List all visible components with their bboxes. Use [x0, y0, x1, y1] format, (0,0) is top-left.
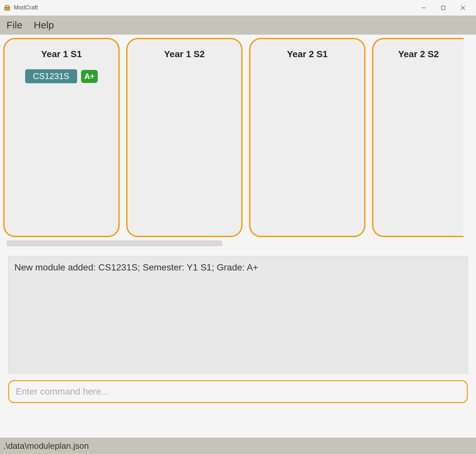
semester-card-y2s2: Year 2 S2 [372, 38, 464, 237]
semester-title: Year 2 S2 [398, 49, 439, 59]
semester-card-y1s1: Year 1 S1 CS1231S A+ [3, 38, 120, 237]
horizontal-scrollbar[interactable] [7, 240, 469, 246]
window-controls [414, 1, 473, 14]
module-row: CS1231S A+ [25, 69, 98, 83]
main-content: Year 1 S1 CS1231S A+ Year 1 S2 Year 2 S1… [0, 35, 476, 438]
svg-rect-3 [442, 6, 445, 9]
semester-card-y1s2: Year 1 S2 [126, 38, 243, 237]
menu-help[interactable]: Help [34, 20, 54, 31]
command-input-wrap [8, 380, 468, 403]
semester-scroll-area: Year 1 S1 CS1231S A+ Year 1 S2 Year 2 S1… [0, 35, 476, 237]
statusbar-path: .\data\moduleplan.json [3, 441, 89, 451]
semester-row: Year 1 S1 CS1231S A+ Year 1 S2 Year 2 S1… [3, 38, 473, 237]
svg-rect-1 [4, 7, 10, 8]
command-input[interactable] [8, 380, 468, 403]
module-code-badge[interactable]: CS1231S [25, 69, 77, 83]
app-icon [3, 4, 11, 12]
window-title: ModCraft [14, 4, 414, 11]
minimize-button[interactable] [414, 1, 434, 14]
statusbar: .\data\moduleplan.json [0, 438, 476, 454]
semester-title: Year 1 S2 [164, 49, 205, 59]
close-button[interactable] [453, 1, 473, 14]
scrollbar-thumb[interactable] [7, 240, 222, 246]
titlebar: ModCraft [0, 0, 476, 16]
output-message: New module added: CS1231S; Semester: Y1 … [14, 262, 258, 272]
maximize-button[interactable] [434, 1, 453, 14]
semester-card-y2s1: Year 2 S1 [249, 38, 366, 237]
semester-title: Year 2 S1 [287, 49, 328, 59]
module-grade-badge: A+ [81, 70, 98, 83]
menu-file[interactable]: File [7, 20, 22, 31]
semester-title: Year 1 S1 [41, 49, 82, 59]
menubar: File Help [0, 16, 476, 35]
output-message-area: New module added: CS1231S; Semester: Y1 … [8, 256, 468, 374]
